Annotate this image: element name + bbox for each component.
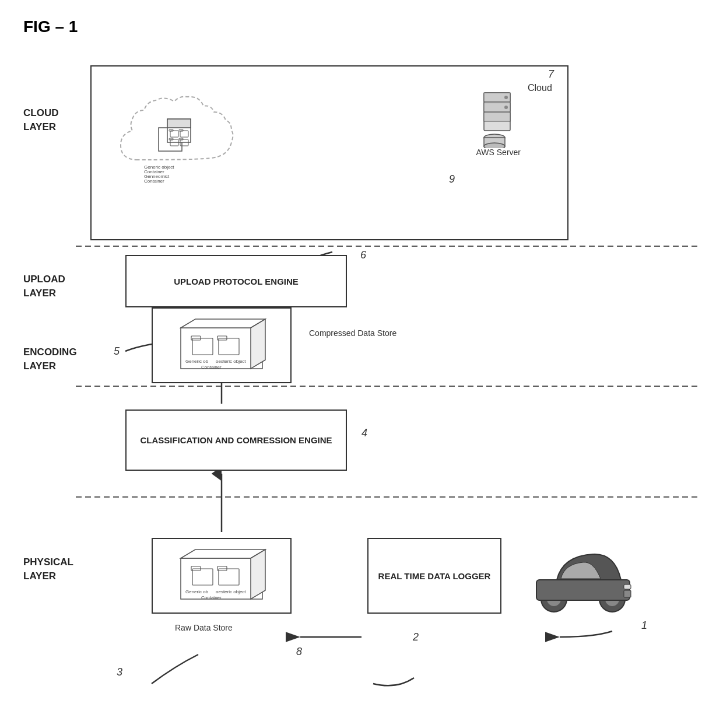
svg-rect-59 bbox=[536, 580, 630, 600]
svg-rect-13 bbox=[167, 119, 191, 128]
raw-data-store-label: Raw Data Store bbox=[175, 622, 233, 633]
classification-label: CLASSIFICATION AND COMRESSION ENGINE bbox=[140, 434, 332, 446]
cloud-layer-label: CLOUDLAYER bbox=[23, 106, 58, 134]
ref-6: 6 bbox=[360, 249, 366, 261]
svg-text:oesteric object: oesteric object bbox=[216, 359, 246, 364]
ref-2: 2 bbox=[413, 631, 419, 643]
fig-title: FIG – 1 bbox=[23, 18, 700, 36]
svg-text:oesteric object: oesteric object bbox=[216, 589, 246, 594]
upload-layer-label: UPLOADLAYER bbox=[23, 272, 65, 300]
upload-engine-box: UPLOAD PROTOCOL ENGINE bbox=[125, 255, 347, 307]
svg-point-30 bbox=[504, 96, 508, 99]
compressed-data-store-label: Compressed Data Store bbox=[309, 328, 396, 338]
encoding-container-box: Generic ob oesteric object Container bbox=[152, 307, 292, 383]
ref-8: 8 bbox=[296, 646, 302, 658]
aws-server-label: AWS Server bbox=[476, 148, 521, 157]
svg-text:Container: Container bbox=[201, 595, 222, 600]
ref-4: 4 bbox=[361, 427, 367, 439]
encoding-layer-label: ENCODINGLAYER bbox=[23, 345, 77, 373]
physical-container-box: Generic ob oesteric object Container bbox=[152, 538, 292, 614]
svg-text:Container: Container bbox=[144, 178, 164, 183]
svg-text:Container: Container bbox=[201, 365, 222, 370]
ref-9: 9 bbox=[449, 173, 455, 186]
svg-marker-37 bbox=[251, 319, 265, 369]
upload-engine-label: UPLOAD PROTOCOL ENGINE bbox=[174, 275, 299, 288]
real-time-logger-label: REAL TIME DATA LOGGER bbox=[378, 570, 491, 582]
classification-box: CLASSIFICATION AND COMRESSION ENGINE bbox=[125, 410, 347, 471]
svg-marker-47 bbox=[251, 550, 265, 599]
car-image bbox=[525, 538, 641, 614]
cloud-outer-box: Generic object Container Genneomict Cont… bbox=[90, 65, 568, 240]
svg-text:Generic ob: Generic ob bbox=[185, 589, 209, 594]
physical-layer-label: PHYSICALLAYER bbox=[23, 555, 73, 583]
ref-1: 1 bbox=[641, 620, 647, 632]
svg-text:Generic ob: Generic ob bbox=[185, 359, 209, 364]
svg-point-31 bbox=[504, 106, 508, 109]
svg-rect-29 bbox=[484, 113, 510, 121]
ref-3: 3 bbox=[117, 666, 122, 678]
cloud-label: Cloud bbox=[528, 83, 552, 93]
real-time-logger-box: REAL TIME DATA LOGGER bbox=[367, 538, 501, 614]
ref-5: 5 bbox=[114, 345, 120, 358]
ref-7: 7 bbox=[548, 68, 554, 80]
svg-rect-60 bbox=[624, 584, 631, 589]
svg-rect-61 bbox=[624, 590, 631, 597]
